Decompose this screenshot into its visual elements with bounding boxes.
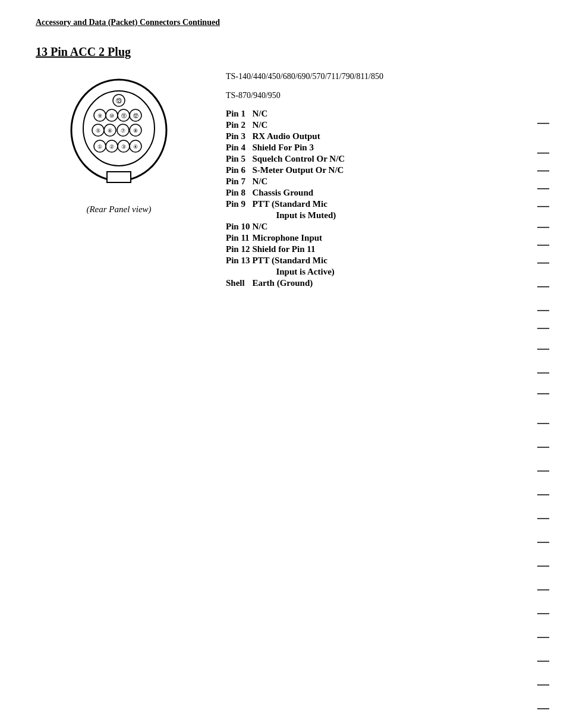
svg-text:⑬: ⑬ bbox=[116, 97, 122, 104]
pin-label: Shell bbox=[226, 278, 252, 289]
margin-dash: — bbox=[537, 146, 549, 159]
margin-dash: — bbox=[537, 630, 549, 644]
svg-rect-2 bbox=[107, 172, 131, 182]
page-header: Accessory and Data (Packet) Connectors C… bbox=[36, 18, 531, 27]
margin-dash: — bbox=[537, 535, 549, 549]
pin-table: Pin 1N/CPin 2N/CPin 3RX Audio OutputPin … bbox=[226, 108, 347, 289]
margin-dash: — bbox=[537, 116, 549, 130]
pin-row: Pin 1N/C bbox=[226, 108, 347, 119]
pin-description: N/C bbox=[252, 176, 347, 187]
page: Accessory and Data (Packet) Connectors C… bbox=[0, 0, 567, 728]
svg-text:⑩: ⑩ bbox=[109, 113, 114, 119]
margin-dash: — bbox=[537, 365, 549, 379]
section-title: 13 Pin ACC 2 Plug bbox=[36, 45, 131, 59]
margin-dash: — bbox=[537, 303, 549, 317]
pin-label: Pin 5 bbox=[226, 153, 252, 165]
margin-dash: — bbox=[537, 220, 549, 234]
margin-dash: — bbox=[537, 677, 549, 691]
svg-text:④: ④ bbox=[133, 144, 138, 150]
model-line-2: TS-870/940/950 bbox=[226, 90, 531, 102]
pin-description: Squelch Control Or N/C bbox=[252, 153, 347, 165]
svg-text:⑤: ⑤ bbox=[96, 128, 100, 134]
margin-dash: — bbox=[537, 511, 549, 525]
svg-text:③: ③ bbox=[121, 144, 126, 150]
pin-description-continuation: Input is Active) bbox=[252, 266, 347, 278]
pin-label: Pin 9 bbox=[226, 198, 252, 210]
margin-dash: — bbox=[537, 582, 549, 596]
pin-label: Pin 11 bbox=[226, 232, 252, 244]
pin-label: Pin 12 bbox=[226, 244, 252, 255]
margin-dash: — bbox=[537, 487, 549, 501]
pin-description: Shield for Pin 11 bbox=[252, 244, 347, 255]
margin-dash: — bbox=[537, 386, 549, 400]
content-area: ⑬ ⑨ ⑩ ⑪ ⑫ ⑤ ⑥ ⑦ ⑧ bbox=[36, 71, 531, 289]
pin-row: Pin 5Squelch Control Or N/C bbox=[226, 153, 347, 165]
pin-row: Pin 13PTT (Standard Mic bbox=[226, 255, 347, 266]
pin-label: Pin 4 bbox=[226, 142, 252, 153]
pin-row: Pin 4Shield For Pin 3 bbox=[226, 142, 347, 153]
margin-dash: — bbox=[537, 559, 549, 572]
svg-text:⑥: ⑥ bbox=[108, 128, 112, 134]
pin-row: Pin 3RX Audio Output bbox=[226, 131, 347, 142]
svg-text:②: ② bbox=[109, 144, 114, 150]
margin-dash: — bbox=[537, 464, 549, 477]
margin-dash: — bbox=[537, 163, 549, 177]
model-line-1: TS-140/440/450/680/690/570/711/790/811/8… bbox=[226, 71, 531, 83]
connector-diagram: ⑬ ⑨ ⑩ ⑪ ⑫ ⑤ ⑥ ⑦ ⑧ bbox=[59, 71, 178, 196]
pin-description-continuation: Input is Muted) bbox=[252, 210, 347, 221]
margin-dash: — bbox=[537, 199, 549, 213]
pin-row: Pin 11Microphone Input bbox=[226, 232, 347, 244]
pin-row: Pin 10N/C bbox=[226, 221, 347, 232]
pin-label: Pin 6 bbox=[226, 165, 252, 176]
pin-description: N/C bbox=[252, 119, 347, 131]
pin-row: Pin 7N/C bbox=[226, 176, 347, 187]
pin-description: Earth (Ground) bbox=[252, 278, 347, 289]
pin-description: Microphone Input bbox=[252, 232, 347, 244]
pin-row-continuation: Input is Muted) bbox=[226, 210, 347, 221]
pin-label: Pin 3 bbox=[226, 131, 252, 142]
pin-label: Pin 1 bbox=[226, 108, 252, 119]
pin-description: N/C bbox=[252, 108, 347, 119]
pin-description: PTT (Standard Mic bbox=[252, 255, 347, 266]
pin-description: RX Audio Output bbox=[252, 131, 347, 142]
margin-dash: — bbox=[537, 416, 549, 430]
margin-dash: — bbox=[537, 238, 549, 251]
pin-row: Pin 9PTT (Standard Mic bbox=[226, 198, 347, 210]
pin-label: Pin 8 bbox=[226, 187, 252, 198]
margin-dash: — bbox=[537, 279, 549, 293]
pin-label: Pin 2 bbox=[226, 119, 252, 131]
margin-dash: — bbox=[537, 606, 549, 620]
margin-dash: — bbox=[537, 256, 549, 269]
margin-dash: — bbox=[537, 321, 549, 335]
pin-row: Pin 12Shield for Pin 11 bbox=[226, 244, 347, 255]
pin-row: Pin 8Chassis Ground bbox=[226, 187, 347, 198]
svg-text:⑦: ⑦ bbox=[121, 128, 125, 134]
svg-text:①: ① bbox=[97, 144, 102, 150]
svg-text:⑪: ⑪ bbox=[121, 113, 127, 119]
pin-row: Pin 2N/C bbox=[226, 119, 347, 131]
left-column: ⑬ ⑨ ⑩ ⑪ ⑫ ⑤ ⑥ ⑦ ⑧ bbox=[36, 71, 202, 215]
right-column: TS-140/440/450/680/690/570/711/790/811/8… bbox=[226, 71, 531, 289]
svg-text:⑫: ⑫ bbox=[133, 113, 138, 119]
pin-description: S-Meter Output Or N/C bbox=[252, 165, 347, 176]
pin-row: Pin 6S-Meter Output Or N/C bbox=[226, 165, 347, 176]
margin-dash: — bbox=[537, 342, 549, 355]
margin-dash: — bbox=[537, 440, 549, 453]
pin-label: Pin 13 bbox=[226, 255, 252, 266]
pin-label: Pin 7 bbox=[226, 176, 252, 187]
rear-panel-label: (Rear Panel view) bbox=[86, 204, 151, 215]
pin-description: Shield For Pin 3 bbox=[252, 142, 347, 153]
pin-label: Pin 10 bbox=[226, 221, 252, 232]
pin-row: ShellEarth (Ground) bbox=[226, 278, 347, 289]
pin-description: PTT (Standard Mic bbox=[252, 198, 347, 210]
pin-row-continuation: Input is Active) bbox=[226, 266, 347, 278]
pin-description: Chassis Ground bbox=[252, 187, 347, 198]
pin-description: N/C bbox=[252, 221, 347, 232]
margin-dash: — bbox=[537, 701, 549, 715]
margin-dash: — bbox=[537, 181, 549, 195]
svg-text:⑨: ⑨ bbox=[97, 113, 102, 119]
svg-text:⑧: ⑧ bbox=[133, 128, 138, 134]
margin-dash: — bbox=[537, 654, 549, 667]
